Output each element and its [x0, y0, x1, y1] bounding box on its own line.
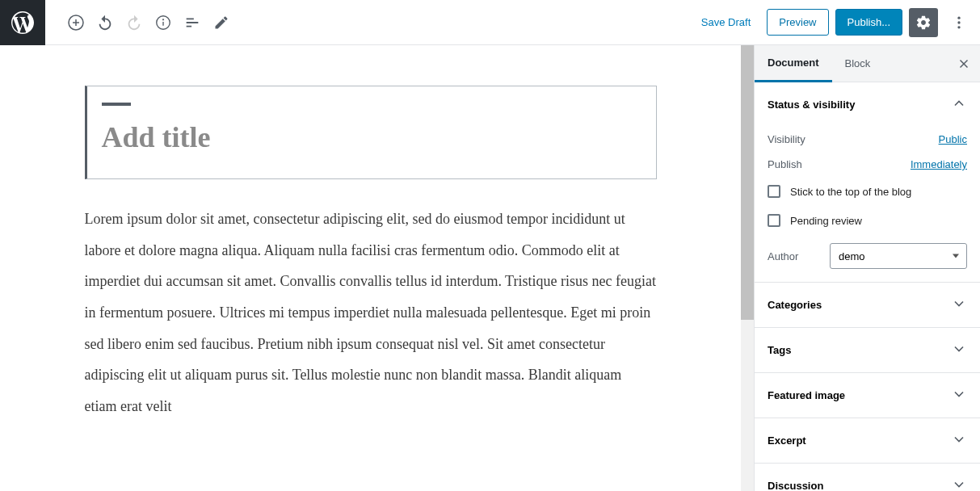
title-block[interactable]: Add title: [85, 86, 657, 179]
close-sidebar-button[interactable]: [948, 45, 980, 82]
panel-discussion[interactable]: Discussion: [755, 464, 980, 491]
panel-title: Excerpt: [768, 434, 806, 447]
pending-review-checkbox[interactable]: [768, 214, 780, 227]
panel-tags[interactable]: Tags: [755, 328, 980, 372]
save-draft-button[interactable]: Save Draft: [692, 10, 760, 35]
svg-point-6: [957, 16, 960, 19]
settings-sidebar: Document Block Status & visibility Visib…: [754, 45, 980, 491]
title-placeholder[interactable]: Add title: [102, 120, 641, 154]
panel-title: Categories: [768, 299, 822, 311]
publish-label: Publish: [768, 158, 802, 170]
tab-document[interactable]: Document: [755, 45, 832, 82]
stick-to-top-row[interactable]: Stick to the top of the blog: [768, 177, 967, 206]
publish-button[interactable]: Publish...: [835, 9, 902, 36]
chevron-up-icon: [951, 95, 967, 114]
outline-button[interactable]: [178, 8, 207, 37]
undo-button[interactable]: [90, 8, 120, 37]
preview-button[interactable]: Preview: [767, 9, 828, 36]
panel-title: Status & visibility: [768, 99, 855, 111]
panel-categories[interactable]: Categories: [755, 283, 980, 327]
panel-title: Discussion: [768, 480, 823, 491]
add-block-button[interactable]: [61, 8, 90, 37]
chevron-down-icon: [951, 476, 967, 491]
panel-title: Tags: [768, 344, 791, 356]
panel-title: Featured image: [768, 389, 845, 401]
title-decoration: [102, 103, 131, 106]
settings-button[interactable]: [909, 8, 938, 37]
stick-to-top-label: Stick to the top of the blog: [790, 186, 911, 198]
svg-point-5: [163, 19, 164, 19]
chevron-down-icon: [951, 431, 967, 450]
content-paragraph[interactable]: Lorem ipsum dolor sit amet, consectetur …: [85, 204, 657, 422]
wordpress-logo[interactable]: [0, 0, 45, 45]
publish-value-link[interactable]: Immediately: [911, 158, 967, 170]
svg-point-7: [957, 21, 960, 23]
pending-review-label: Pending review: [790, 215, 862, 227]
svg-point-8: [957, 26, 960, 28]
author-select[interactable]: demo: [830, 243, 967, 269]
panel-status-visibility[interactable]: Status & visibility: [755, 82, 980, 127]
chevron-down-icon: [951, 296, 967, 314]
info-button[interactable]: [149, 8, 178, 37]
pending-review-row[interactable]: Pending review: [768, 206, 967, 235]
more-menu-button[interactable]: [944, 8, 974, 37]
editor-scroll-thumb[interactable]: [741, 45, 754, 320]
chevron-down-icon: [951, 386, 967, 405]
visibility-label: Visibility: [768, 133, 805, 145]
stick-to-top-checkbox[interactable]: [768, 185, 780, 198]
chevron-down-icon: [951, 341, 967, 359]
visibility-value-link[interactable]: Public: [939, 133, 967, 145]
panel-excerpt[interactable]: Excerpt: [755, 418, 980, 463]
redo-button: [120, 8, 149, 37]
tab-block[interactable]: Block: [832, 45, 884, 82]
author-label: Author: [768, 250, 798, 262]
panel-featured-image[interactable]: Featured image: [755, 373, 980, 418]
editor-scrollbar[interactable]: [741, 45, 754, 491]
edit-button[interactable]: [207, 8, 236, 37]
editor-canvas[interactable]: Add title Lorem ipsum dolor sit amet, co…: [0, 45, 741, 491]
